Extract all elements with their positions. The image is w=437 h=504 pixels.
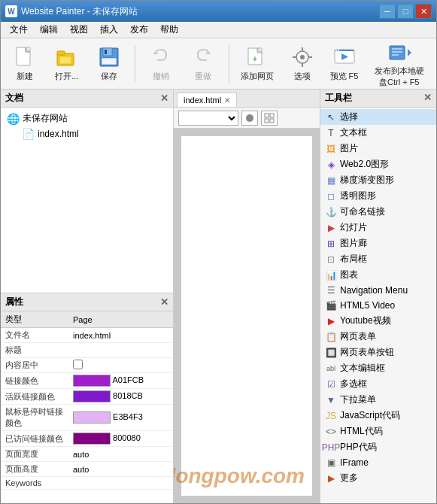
toolbox-item-formbutton[interactable]: 🔲网页表单按钮 [320, 345, 436, 360]
color-swatch[interactable] [73, 390, 111, 402]
menu-file[interactable]: 文件 [4, 22, 34, 38]
toolbox-item-gradient[interactable]: ▦梯度渐变图形 [320, 172, 436, 188]
document-panel-title: 文档 [5, 92, 23, 105]
toolbox-item-label: 透明图形 [340, 190, 376, 202]
menu-help[interactable]: 帮助 [154, 22, 184, 38]
prop-row: Keywords [1, 477, 173, 490]
toolbox-item-dropdown[interactable]: ▼下拉菜单 [320, 392, 436, 408]
save-button[interactable]: 保存 [91, 41, 127, 86]
toolbox-item-more[interactable]: ▶更多 [320, 470, 436, 486]
toolbox-item-video[interactable]: 🎬HTML5 Video [320, 298, 436, 313]
toolbox-item-label: 图片廊 [340, 237, 367, 250]
gradient-icon: ▦ [325, 175, 337, 187]
canvas-area[interactable]: dongpow.com [174, 129, 320, 503]
toolbox-item-image[interactable]: 🖼图片 [320, 141, 436, 156]
toolbox-item-chart[interactable]: 📊图表 [320, 267, 436, 283]
menu-view[interactable]: 视图 [64, 22, 94, 38]
svg-rect-21 [308, 56, 312, 58]
toolbox-item-label: Web2.0图形 [340, 158, 389, 171]
main-toolbar: 新建 打开... 保存 [1, 38, 436, 90]
tab-label: index.html [184, 96, 221, 105]
redo-label: 重做 [195, 71, 211, 82]
menu-insert[interactable]: 插入 [94, 22, 124, 38]
canvas-btn-grid[interactable] [261, 111, 278, 126]
toolbox-item-textedit[interactable]: abl文本编辑框 [320, 360, 436, 376]
addpage-icon: + [245, 45, 269, 69]
toolbox-item-label: Youtube视频 [340, 314, 391, 327]
toolbox-item-label: 幻灯片 [340, 221, 367, 234]
toolbox-item-transparent[interactable]: ◻透明图形 [320, 188, 436, 204]
color-swatch[interactable] [73, 375, 111, 387]
toolbox-item-textbox[interactable]: T文本框 [320, 125, 436, 141]
toolbox-close[interactable]: ✕ [423, 92, 432, 105]
svg-rect-35 [270, 119, 274, 123]
svg-point-17 [300, 55, 305, 59]
save-label: 保存 [101, 71, 117, 82]
gallery-icon: ⊞ [325, 238, 337, 250]
toolbox-item-html[interactable]: <>HTML代码 [320, 424, 436, 439]
svg-point-24 [338, 50, 339, 51]
toolbox-item-label: JavaScript代码 [340, 409, 400, 422]
prop-value[interactable]: E3B4F3 [68, 405, 173, 431]
color-swatch[interactable] [73, 433, 111, 445]
toolbox-item-navmenu[interactable]: ☰Navigation Menu [320, 283, 436, 298]
svg-rect-29 [392, 51, 402, 53]
prop-value[interactable]: 8018CB [68, 389, 173, 405]
tab-bar: index.html ✕ [174, 90, 320, 108]
open-button[interactable]: 打开... [49, 41, 85, 86]
php-icon: PHP [325, 442, 337, 454]
toolbox-item-youtube[interactable]: ▶Youtube视频 [320, 313, 436, 329]
main-window: W Website Painter - 未保存网站 ─ □ ✕ 文件 编辑 视图… [0, 0, 437, 504]
new-button[interactable]: 新建 [7, 41, 43, 86]
color-swatch[interactable] [73, 411, 111, 424]
svg-rect-32 [265, 114, 269, 117]
slideshow-icon: ▶ [325, 222, 337, 234]
prop-value[interactable]: A01FCB [68, 373, 173, 389]
undo-button[interactable]: 撤销 [143, 41, 179, 86]
svg-rect-10 [102, 58, 117, 65]
more-icon: ▶ [325, 472, 337, 484]
open-icon [55, 45, 79, 69]
tab-index[interactable]: index.html ✕ [177, 93, 237, 107]
toolbox-item-iframe[interactable]: ▣IFrame [320, 455, 436, 470]
redo-button[interactable]: 重做 [185, 41, 221, 86]
preview-button[interactable]: 预览 F5 [326, 41, 363, 86]
zoom-dropdown[interactable] [178, 111, 238, 126]
content-center-checkbox[interactable] [73, 360, 83, 369]
toolbox-item-php[interactable]: PHPPHP代码 [320, 439, 436, 455]
publish-button[interactable]: 发布到本地硬盘Ctrl + F5 [368, 36, 430, 92]
toolbox-item-gallery[interactable]: ⊞图片廊 [320, 235, 436, 251]
maximize-button[interactable]: □ [397, 4, 414, 19]
options-icon [290, 45, 314, 69]
tree-root[interactable]: 🌐 未保存网站 [4, 111, 170, 126]
tab-close-button[interactable]: ✕ [224, 96, 230, 105]
document-panel-close[interactable]: ✕ [160, 93, 168, 104]
prop-value[interactable]: 800080 [68, 431, 173, 447]
toolbox-item-web2[interactable]: ◈Web2.0图形 [320, 156, 436, 172]
toolbox-item-layout[interactable]: ⊡布局框 [320, 251, 436, 267]
toolbox-item-form[interactable]: 📋网页表单 [320, 329, 436, 345]
minimize-button[interactable]: ─ [379, 4, 396, 19]
dropdown-icon: ▼ [325, 394, 337, 406]
toolbox-item-cursor[interactable]: ↖选择 [320, 109, 436, 125]
canvas-btn-circle[interactable] [241, 111, 258, 126]
properties-panel-close[interactable]: ✕ [160, 296, 168, 308]
options-button[interactable]: 选项 [284, 41, 320, 86]
close-button[interactable]: ✕ [415, 4, 432, 19]
prop-key: 页面高度 [1, 462, 68, 477]
toolbox-item-anchor[interactable]: ⚓可命名链接 [320, 204, 436, 220]
tree-index[interactable]: 📄 index.html [19, 126, 170, 141]
toolbox-item-checkbox[interactable]: ☑多选框 [320, 376, 436, 392]
web2-icon: ◈ [325, 159, 337, 171]
tree-root-label: 未保存网站 [23, 112, 68, 125]
toolbox-item-label: 下拉菜单 [340, 393, 376, 406]
menu-edit[interactable]: 编辑 [34, 22, 64, 38]
options-label: 选项 [294, 71, 311, 82]
toolbox-item-js[interactable]: JSJavaScript代码 [320, 408, 436, 424]
svg-rect-30 [392, 54, 399, 56]
menu-publish[interactable]: 发布 [124, 22, 154, 38]
toolbox-item-label: 网页表单按钮 [340, 346, 394, 359]
toolbox-item-slideshow[interactable]: ▶幻灯片 [320, 220, 436, 235]
toolbox-item-label: HTML代码 [340, 425, 383, 438]
addpage-button[interactable]: + 添加网页 [236, 41, 278, 86]
